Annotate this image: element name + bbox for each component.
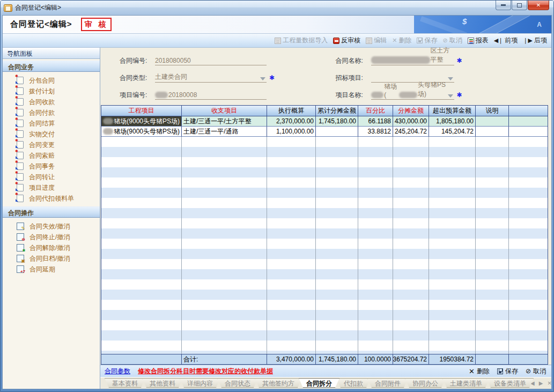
table-empty-area[interactable]: [101, 137, 548, 354]
tab-contract-status[interactable]: 合同状态: [217, 378, 258, 388]
decorative-banner-image: $A: [414, 16, 551, 33]
tab-equipment-list[interactable]: 设备类清单: [486, 378, 534, 388]
tab-contract-attachments[interactable]: 合同附件: [367, 378, 408, 388]
contract-params-link[interactable]: 合同参数: [105, 367, 130, 376]
row-cancel-button[interactable]: ⊘ 取消: [526, 367, 546, 376]
next-icon: ❘▶: [523, 38, 533, 43]
grid-column-line: [393, 137, 429, 354]
footer-action-bar: 合同参数 修改合同拆分科目时需要修改对应的收付款单据 ✕ 删除 保存: [100, 365, 551, 377]
table-cell[interactable]: 1,805,180.00: [429, 116, 476, 127]
table-cell[interactable]: 245,204.72: [393, 127, 429, 137]
project-no-input[interactable]: 20180008: [155, 90, 267, 100]
column-header-note[interactable]: 说明: [476, 106, 509, 116]
contract-extension-icon: [17, 265, 24, 273]
table-cell[interactable]: 33.8812: [358, 127, 393, 137]
sidebar-item-contract-archive[interactable]: 合同归档/撤消: [3, 253, 100, 264]
maximize-button[interactable]: [512, 1, 527, 10]
column-header-income-expense-item[interactable]: 收支项目: [182, 106, 267, 116]
tab-civil-list[interactable]: 土建类清单: [442, 378, 490, 388]
tab-scroll-right-icon[interactable]: ▶: [539, 380, 543, 386]
table-cell[interactable]: [476, 116, 509, 127]
report-button[interactable]: 报表: [468, 36, 489, 45]
table-cell[interactable]: 1,100,000.00: [267, 127, 316, 137]
column-header-percentage[interactable]: 百分比: [358, 106, 393, 116]
column-header-split-amount[interactable]: 分摊金额: [393, 106, 429, 116]
sidebar-item-payment-plan[interactable]: 拨付计划: [3, 86, 100, 97]
sidebar-item-contract-change[interactable]: 合同变更: [3, 139, 100, 150]
sidebar-item-physical-delivery[interactable]: 实物交付: [3, 129, 100, 139]
table-cell[interactable]: 1,745,180.00: [316, 116, 358, 127]
row-delete-button[interactable]: ✕ 删除: [469, 367, 490, 376]
tab-contract-split[interactable]: 合同拆分: [299, 378, 339, 388]
title-bar[interactable]: 合同登记<编辑> ✕: [1, 1, 553, 15]
total-cell: [509, 354, 548, 364]
table-cell-selected[interactable]: 猪场(9000头母猪PS场): [101, 116, 182, 127]
total-cell: [101, 354, 182, 364]
sidebar-item-contract-payment[interactable]: 合同付款: [3, 107, 100, 118]
tab-details[interactable]: 详细内容: [180, 378, 220, 388]
tab-other-signatories[interactable]: 其他签约方: [255, 378, 302, 388]
contract-type-dropdown[interactable]: 土建类合同: [155, 73, 267, 83]
contract-release-icon: [17, 244, 24, 252]
sidebar-item-subcontract[interactable]: 分包合同: [3, 75, 100, 86]
sidebar-item-contract-settlement[interactable]: 合同结算: [3, 118, 100, 129]
grid-column-line: [316, 137, 358, 354]
table-cell[interactable]: 土建/三通一平/土方平整: [182, 116, 267, 127]
sidebar-item-deduction-picking-list[interactable]: 合同代扣领料单: [3, 193, 100, 204]
chevron-down-icon[interactable]: [260, 77, 265, 80]
sidebar-item-contract-transfer[interactable]: 合同转让: [3, 172, 100, 182]
chevron-down-icon[interactable]: [448, 94, 453, 98]
minimize-button[interactable]: [496, 1, 511, 10]
table-cell[interactable]: 2,370,000.00: [267, 116, 316, 127]
grid-column-line: [509, 137, 548, 354]
required-marker: ✱: [457, 91, 462, 100]
document-icon: [17, 195, 24, 202]
delete-button[interactable]: ✕ 删除: [392, 36, 411, 45]
section-contract-business[interactable]: 合同业务: [3, 61, 100, 72]
tab-deductions[interactable]: 代扣款: [336, 378, 371, 388]
edit-button[interactable]: 编辑: [366, 36, 387, 45]
contract-name-input[interactable]: 区土方平整: [371, 56, 454, 65]
table-cell[interactable]: 猪场(9000头母猪PS场): [101, 127, 182, 137]
document-icon: [17, 109, 24, 116]
column-header-accumulated-amount[interactable]: 累计分摊金额: [316, 106, 358, 116]
tab-collaboration[interactable]: 协同办公: [405, 378, 446, 388]
row-save-button[interactable]: 保存: [497, 367, 518, 376]
total-label: 合计:: [182, 354, 267, 364]
table-cell[interactable]: 430,000.00: [393, 116, 429, 127]
next-record-button[interactable]: ❘▶ 后项: [523, 36, 547, 45]
tab-other-info[interactable]: 其他资料: [142, 378, 183, 388]
table-cell[interactable]: [476, 127, 509, 137]
save-button[interactable]: 保存: [417, 36, 437, 45]
anti-audit-button[interactable]: 反审核: [333, 36, 360, 45]
column-header-execution-budget[interactable]: 执行概算: [267, 106, 316, 116]
table-cell[interactable]: 145,204.72: [429, 127, 476, 137]
table-row[interactable]: 猪场(9000头母猪PS场) 土建/三通一平/土方平整 2,370,000.00…: [101, 116, 548, 127]
sidebar-item-contract-terminate[interactable]: 合同终止/撤消: [3, 232, 100, 242]
sidebar-item-contract-invalidate[interactable]: 合同失效/撤消: [3, 221, 100, 232]
column-header-project[interactable]: 工程项目: [101, 106, 182, 116]
table-row[interactable]: 猪场(9000头母猪PS场) 土建/三通一平/通路 1,100,000.00 3…: [101, 127, 548, 137]
nav-panel-title: 导航面板: [3, 48, 100, 59]
previous-record-button[interactable]: ◀❘ 前项: [494, 36, 518, 45]
table-cell[interactable]: 土建/三通一平/通路: [182, 127, 267, 137]
contract-no-input[interactable]: 2018080050: [155, 56, 267, 65]
contract-form: 合同编号: 2018080050 合同名称: 区土方平整 ✱: [100, 48, 551, 105]
sidebar-item-contract-extension[interactable]: 合同延期: [3, 264, 100, 275]
project-name-dropdown[interactable]: 猪场(头母猪PS场): [371, 90, 454, 100]
column-header-over-budget[interactable]: 超出预算金额: [429, 106, 476, 116]
table-cell[interactable]: [316, 127, 358, 137]
sidebar-item-contract-claim[interactable]: 合同索赔: [3, 150, 100, 161]
cancel-button[interactable]: ⊘ 取消: [442, 36, 462, 45]
sidebar-item-contract-receipt[interactable]: 合同收款: [3, 97, 100, 107]
section-contract-operations[interactable]: 合同操作: [3, 206, 100, 218]
close-button[interactable]: ✕: [528, 1, 549, 10]
sidebar-item-contract-affairs[interactable]: 合同事务: [3, 161, 100, 172]
sidebar-item-project-progress[interactable]: 项目进度: [3, 182, 100, 193]
table-cell[interactable]: 66.1188: [358, 116, 393, 127]
sidebar-item-contract-release[interactable]: 合同解除/撤消: [3, 242, 100, 253]
split-warning-text: 修改合同拆分科目时需要修改对应的收付款单据: [138, 367, 273, 376]
tab-basic-info[interactable]: 基本资料: [105, 378, 145, 388]
import-quantity-button[interactable]: 工程量数据导入: [275, 36, 328, 45]
tab-close-icon[interactable]: ✕: [547, 380, 551, 386]
